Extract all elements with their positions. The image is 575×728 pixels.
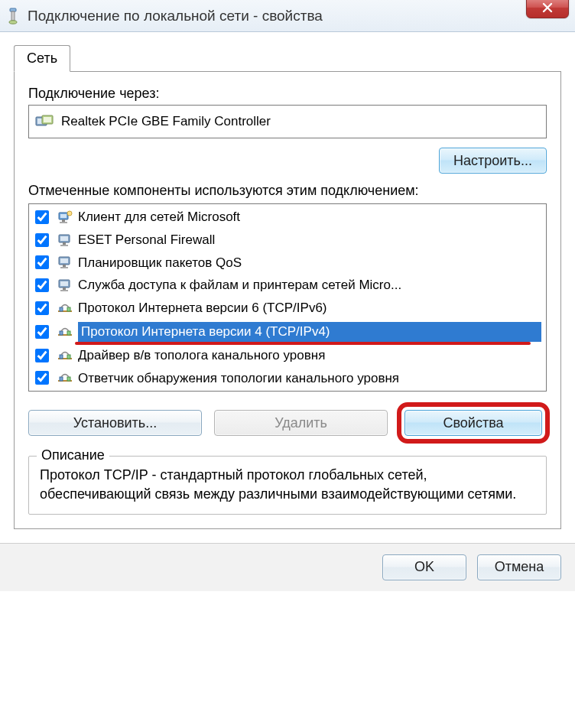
svg-rect-31: [60, 355, 63, 359]
component-label: Ответчик обнаружения топологии канальног…: [78, 369, 541, 388]
ok-button[interactable]: OK: [382, 554, 466, 580]
component-checkbox[interactable]: [35, 301, 49, 315]
component-checkbox[interactable]: [35, 325, 49, 339]
close-icon: [541, 2, 554, 13]
svg-rect-15: [60, 245, 68, 246]
component-label: Драйвер в/в тополога канального уровня: [78, 346, 541, 365]
component-checkbox[interactable]: [35, 255, 49, 269]
remove-button: Удалить: [214, 410, 388, 436]
adapter-name: Realtek PCIe GBE Family Controller: [61, 114, 271, 129]
svg-rect-0: [10, 8, 16, 11]
tab-body: Подключение через: Realtek PCIe GBE Fami…: [14, 71, 561, 529]
tab-network[interactable]: Сеть: [14, 45, 70, 72]
dialog-footer: OK Отмена: [0, 543, 575, 591]
component-label: ESET Personal Firewall: [78, 231, 541, 249]
action-row: Установить... Удалить Свойства: [28, 405, 547, 440]
protocol-icon: [57, 300, 73, 317]
svg-rect-28: [60, 331, 63, 335]
component-item[interactable]: Протокол Интернета версии 4 (TCP/IPv4): [29, 320, 546, 344]
component-label: Протокол Интернета версии 6 (TCP/IPv6): [78, 299, 541, 317]
components-list[interactable]: Клиент для сетей MicrosoftESET Personal …: [28, 203, 547, 392]
component-label: Клиент для сетей Microsoft: [78, 208, 541, 226]
svg-rect-22: [63, 288, 66, 290]
component-checkbox[interactable]: [35, 371, 49, 385]
svg-rect-29: [67, 331, 70, 335]
svg-rect-8: [60, 214, 67, 218]
svg-rect-32: [67, 355, 70, 359]
monitor-icon: [57, 277, 73, 294]
component-item[interactable]: Клиент для сетей Microsoft: [29, 206, 546, 229]
description-text: Протокол TCP/IP - стандартный протокол г…: [40, 466, 535, 503]
component-checkbox[interactable]: [35, 278, 49, 292]
nic-icon: [35, 114, 54, 129]
svg-rect-25: [60, 307, 63, 311]
protocol-icon: [57, 347, 73, 364]
svg-rect-6: [44, 117, 51, 122]
components-label: Отмеченные компоненты используются этим …: [28, 183, 547, 199]
protocol-icon: [57, 369, 73, 386]
tabset: Сеть Подключение через: Realtek PCIe GBE…: [14, 44, 561, 529]
svg-rect-19: [60, 267, 68, 268]
connect-through-label: Подключение через:: [28, 86, 547, 102]
component-item[interactable]: Протокол Интернета версии 6 (TCP/IPv6): [29, 297, 546, 320]
svg-rect-35: [67, 377, 70, 381]
close-button[interactable]: [526, 0, 569, 18]
svg-rect-13: [60, 236, 68, 241]
titlebar: Подключение по локальной сети - свойства: [0, 0, 575, 32]
adapter-field[interactable]: Realtek PCIe GBE Family Controller: [28, 105, 547, 138]
svg-rect-10: [60, 222, 67, 223]
svg-rect-18: [63, 265, 66, 267]
component-checkbox[interactable]: [35, 349, 49, 362]
highlight-underline: [75, 342, 531, 345]
svg-rect-21: [60, 281, 68, 286]
svg-rect-17: [60, 258, 68, 263]
component-label: Планировщик пакетов QoS: [78, 254, 541, 272]
description-legend: Описание: [37, 447, 109, 463]
component-item[interactable]: ESET Personal Firewall: [29, 229, 546, 252]
monitor-icon: [57, 254, 73, 271]
component-checkbox[interactable]: [35, 233, 49, 247]
highlight-annotation: Свойства: [397, 402, 550, 444]
description-group: Описание Протокол TCP/IP - стандартный п…: [28, 456, 547, 515]
window-icon: [6, 7, 20, 25]
svg-rect-1: [11, 11, 15, 21]
svg-rect-9: [62, 219, 65, 222]
component-item[interactable]: Драйвер в/в тополога канального уровня: [29, 344, 546, 367]
svg-point-11: [67, 211, 72, 216]
cancel-button[interactable]: Отмена: [477, 554, 561, 580]
component-checkbox[interactable]: [35, 210, 49, 224]
svg-rect-14: [63, 242, 66, 245]
svg-rect-26: [67, 307, 70, 311]
properties-button[interactable]: Свойства: [404, 410, 542, 436]
protocol-icon: [57, 323, 73, 340]
configure-button[interactable]: Настроить...: [439, 148, 547, 174]
component-item[interactable]: Ответчик обнаружения топологии канальног…: [29, 367, 546, 390]
component-label: Служба доступа к файлам и принтерам сете…: [78, 276, 541, 294]
svg-rect-23: [60, 290, 68, 291]
svg-rect-34: [60, 377, 63, 381]
window-title: Подключение по локальной сети - свойства: [28, 8, 323, 24]
svg-point-2: [9, 20, 17, 23]
component-item[interactable]: Планировщик пакетов QoS: [29, 252, 546, 275]
component-label: Протокол Интернета версии 4 (TCP/IPv4): [78, 322, 541, 342]
install-button[interactable]: Установить...: [28, 410, 202, 436]
monitor-icon: [57, 232, 73, 249]
client-icon: [57, 209, 73, 226]
component-item[interactable]: Служба доступа к файлам и принтерам сете…: [29, 274, 546, 297]
